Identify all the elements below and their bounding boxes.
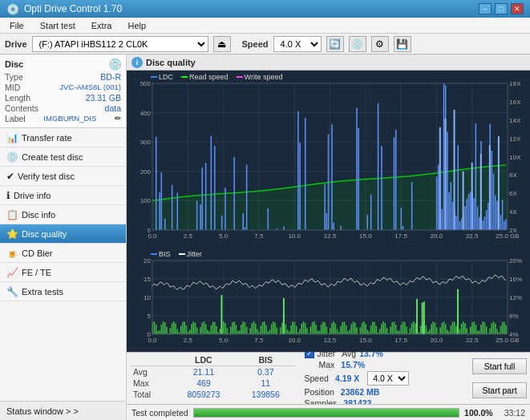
drive-select[interactable]: (F:) ATAPI iHBS112 2 CL0K [32, 36, 208, 52]
status-window-label: Status window > > [6, 406, 79, 416]
type-value: BD-R [100, 72, 121, 82]
sidebar-item-disc-info[interactable]: 📋 Disc info [0, 205, 126, 224]
disc-quality-header: i Disc quality [127, 55, 530, 71]
sidebar-item-disc-quality[interactable]: ⭐ Disc quality [0, 224, 126, 244]
canvas-bis [127, 248, 530, 352]
contents-key: Contents [5, 103, 38, 113]
legend-write-speed-label: Write speed [245, 73, 283, 81]
speed-stat-value: 4.19 X [335, 374, 359, 383]
chart-top-legend: LDC Read speed Write speed [151, 73, 282, 81]
speed-stat-dropdown[interactable]: 4.0 X2.0 X6.0 X [367, 371, 409, 386]
sidebar-label-verify-test-disc: Verify test disc [18, 172, 75, 181]
progress-percent: 100.0% [464, 408, 493, 418]
action-buttons: Start full Start part [472, 354, 527, 402]
table-row-avg: Avg 21.11 0.37 [130, 366, 295, 378]
sidebar-item-create-test-disc[interactable]: 💿 Create test disc [0, 147, 126, 167]
menu-file[interactable]: File [3, 19, 30, 32]
jitter-max-value: 15.7% [341, 360, 365, 370]
settings-button[interactable]: ⚙ [371, 36, 389, 52]
jitter-max-label: Max [319, 360, 335, 370]
sidebar-label-disc-quality: Disc quality [22, 229, 67, 239]
stats-bar: LDC BIS Avg 21.11 0.37 Max 469 [127, 352, 530, 404]
progress-bar-fill [194, 409, 459, 417]
menu-start-test[interactable]: Start test [34, 19, 82, 32]
menu-extra[interactable]: Extra [85, 19, 119, 32]
stats-right: ✓ Jitter Avg 13.7% Max 15.7% Speed 4.19 … [298, 354, 470, 402]
charts-area: LDC Read speed Write speed [127, 71, 530, 352]
disc-info-panel: Disc 💿 Type BD-R MID JVC-AMS6L (001) Len… [0, 55, 126, 128]
disc-quality-icon-badge: i [131, 57, 143, 68]
maximize-button[interactable]: □ [495, 3, 508, 14]
eject-button[interactable]: ⏏ [213, 36, 231, 52]
fe-te-icon: 📈 [6, 267, 18, 278]
disc-quality-title: Disc quality [146, 58, 196, 67]
disc-info-nav-icon: 📋 [6, 209, 18, 220]
sidebar-item-fe-te[interactable]: 📈 FE / TE [0, 263, 126, 282]
type-key: Type [5, 72, 23, 82]
verify-test-disc-icon: ✔ [6, 171, 14, 182]
status-window-button[interactable]: Status window > > [0, 401, 126, 420]
avg-label: Avg [130, 366, 171, 378]
mid-key: MID [5, 83, 20, 92]
bottom-status-bar: Test completed 100.0% 33:12 [127, 404, 530, 420]
label-edit-icon[interactable]: ✏ [115, 114, 121, 123]
speed-stat-label: Speed [305, 374, 329, 383]
label-value: IMGBURN_DIS [43, 114, 96, 123]
cd-bier-icon: 🍺 [6, 248, 18, 259]
avg-bis: 0.37 [237, 366, 294, 378]
create-test-disc-icon: 💿 [6, 151, 18, 163]
sidebar-item-verify-test-disc[interactable]: ✔ Verify test disc [0, 167, 126, 186]
disc-quality-icon: ⭐ [6, 228, 18, 240]
status-text: Test completed [131, 408, 188, 418]
mid-value: JVC-AMS6L (001) [59, 83, 121, 92]
drivebar: Drive (F:) ATAPI iHBS112 2 CL0K ⏏ Speed … [0, 34, 530, 55]
disc-icon: 💿 [108, 58, 121, 71]
position-value: 23862 MB [341, 387, 379, 397]
max-bis: 11 [237, 378, 294, 389]
ldc-header: LDC [171, 354, 237, 366]
canvas-ldc [127, 71, 530, 248]
refresh-button[interactable]: 🔄 [326, 36, 344, 52]
drive-label: Drive [5, 39, 27, 49]
sidebar-label-cd-bier: CD Bier [22, 248, 53, 258]
progress-bar [193, 408, 459, 418]
close-button[interactable]: ✕ [511, 3, 524, 14]
chart-ldc: LDC Read speed Write speed [127, 71, 530, 248]
content-area: i Disc quality LDC Read speed [127, 55, 530, 420]
sidebar-label-transfer-rate: Transfer rate [22, 133, 72, 143]
sidebar-item-cd-bier[interactable]: 🍺 CD Bier [0, 244, 126, 263]
sidebar-item-extra-tests[interactable]: 🔧 Extra tests [0, 282, 126, 301]
contents-value: data [105, 103, 121, 113]
position-label: Position [305, 387, 334, 397]
start-full-button[interactable]: Start full [472, 358, 527, 374]
menubar: File Start test Extra Help [0, 18, 530, 34]
minimize-button[interactable]: − [479, 3, 492, 14]
sidebar: Disc 💿 Type BD-R MID JVC-AMS6L (001) Len… [0, 55, 127, 420]
max-label: Max [130, 378, 171, 389]
legend-bis-label: BIS [159, 250, 171, 258]
total-bis: 139856 [237, 389, 294, 400]
menu-help[interactable]: Help [121, 19, 152, 32]
window-title: Opti Drive Control 1.70 [24, 3, 479, 14]
app-icon: 💿 [6, 3, 19, 15]
legend-jitter-label: Jitter [187, 250, 203, 258]
bis-header: BIS [237, 354, 294, 366]
legend-ldc-label: LDC [159, 73, 173, 81]
disc-icon-btn[interactable]: 💿 [349, 36, 366, 52]
sidebar-item-drive-info[interactable]: ℹ Drive info [0, 186, 126, 205]
legend-read-speed-label: Read speed [189, 73, 229, 81]
extra-tests-icon: 🔧 [6, 286, 18, 297]
speed-select[interactable]: 4.0 X 2.0 X 6.0 X 8.0 X [273, 36, 322, 52]
total-ldc: 8059273 [171, 389, 237, 400]
start-part-button[interactable]: Start part [472, 382, 527, 398]
length-value: 23.31 GB [86, 93, 121, 103]
length-key: Length [5, 93, 30, 103]
save-button[interactable]: 💾 [394, 36, 411, 52]
speed-label: Speed [242, 39, 269, 49]
avg-ldc: 21.11 [171, 366, 237, 378]
sidebar-item-transfer-rate[interactable]: 📊 Transfer rate [0, 128, 126, 147]
stats-table: LDC BIS Avg 21.11 0.37 Max 469 [130, 354, 295, 402]
status-time: 33:12 [504, 408, 525, 418]
total-label: Total [130, 389, 171, 400]
sidebar-label-create-test-disc: Create test disc [22, 152, 83, 162]
